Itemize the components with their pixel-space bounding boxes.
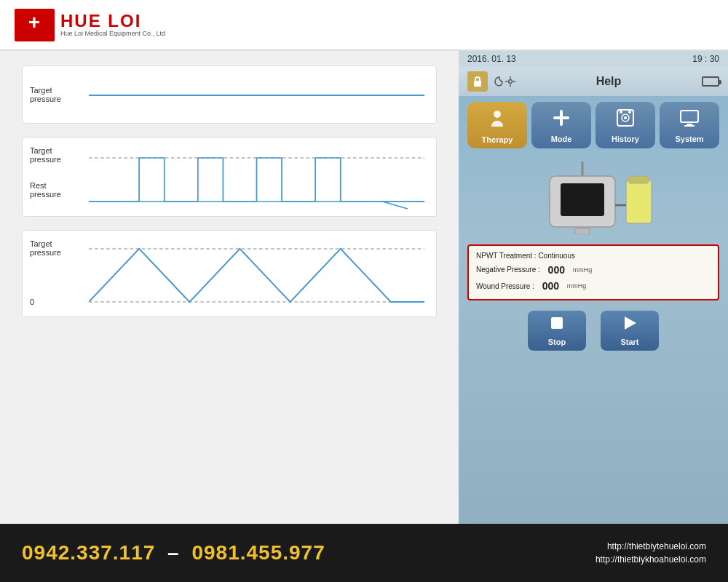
info-box: NPWT Treatment : Continuous Negative Pre… — [467, 244, 719, 300]
svg-point-14 — [509, 80, 513, 84]
history-label: History — [612, 135, 639, 143]
svg-rect-21 — [553, 116, 569, 119]
waveform-3-svg — [89, 238, 424, 314]
device-buttons: Stop Start — [459, 303, 728, 361]
start-icon — [622, 315, 638, 335]
footer-phones: 0942.337.117 – 0981.455.977 — [22, 541, 325, 565]
svg-text:+: + — [28, 11, 40, 33]
footer-link2: http://thietbiykhoahueloi.com — [596, 554, 706, 565]
waveform-2: Target pressure Rest pressure — [22, 137, 437, 217]
logo-brand-name: HUE LOI — [60, 12, 165, 30]
therapy-label: Therapy — [482, 135, 513, 144]
negative-pressure-row: Negative Pressure : 000 mmHg — [476, 262, 711, 278]
stop-icon — [549, 315, 565, 335]
header-left-icons — [467, 71, 515, 92]
mode-label: Mode — [551, 135, 572, 143]
wound-pressure-label: Wound Pressure : — [476, 281, 534, 292]
footer-links: http://thietbiytehueloi.com http://thiet… — [596, 541, 706, 565]
footer-phone1: 0942.337.117 — [22, 541, 155, 564]
treatment-row: NPWT Treatment : Continuous — [476, 250, 711, 262]
device-time: 19 : 30 — [692, 54, 719, 64]
negative-pressure-value: 000 — [548, 262, 565, 278]
svg-line-10 — [382, 202, 408, 209]
svg-point-26 — [628, 111, 631, 113]
footer-phone2: 0981.455.977 — [191, 541, 325, 564]
waveform-2-rest-label: Rest pressure — [30, 181, 61, 199]
logo: + HUE LOI Hue Loi Medical Equipment Co.,… — [15, 9, 165, 41]
svg-rect-27 — [681, 111, 698, 122]
device-top-bar: 2016. 01. 13 19 : 30 — [459, 51, 728, 67]
waveform-2-target-label: Target pressure — [30, 146, 61, 164]
waveform-3-zero-label: 0 — [30, 298, 34, 306]
waveform-3: Target pressure 0 — [22, 230, 437, 317]
wound-pressure-value: 000 — [542, 278, 559, 294]
waveform-1-svg — [89, 75, 424, 115]
waveform-3-label: Target pressure — [30, 239, 61, 257]
system-icon — [680, 108, 699, 132]
nav-therapy-button[interactable]: Therapy — [467, 102, 527, 148]
moon-settings-icon[interactable] — [492, 76, 515, 87]
device-unit-svg — [521, 162, 666, 234]
device-header: Help — [459, 67, 728, 96]
logo-flag-icon: + — [15, 9, 55, 41]
svg-point-19 — [494, 111, 501, 118]
svg-rect-32 — [561, 183, 604, 216]
footer-link1: http://thietbiytehueloi.com — [607, 541, 706, 551]
treatment-label: NPWT Treatment : Continuous — [476, 250, 575, 262]
main-content: Target pressure Target pressure Rest pre… — [0, 51, 728, 524]
stop-label: Stop — [548, 338, 566, 346]
footer-separator: – — [167, 541, 180, 564]
nav-mode-button[interactable]: Mode — [531, 102, 591, 148]
nav-history-button[interactable]: History — [596, 102, 655, 148]
device-illustration — [459, 154, 728, 242]
nav-icons: Therapy Mode — [459, 96, 728, 154]
header: + HUE LOI Hue Loi Medical Equipment Co.,… — [0, 0, 728, 51]
wound-pressure-row: Wound Pressure : 000 mmHg — [476, 278, 711, 294]
waveform-2-svg — [89, 145, 424, 218]
svg-rect-36 — [575, 228, 590, 234]
svg-rect-13 — [474, 81, 481, 87]
nav-system-button[interactable]: System — [660, 102, 719, 148]
footer: 0942.337.117 – 0981.455.977 http://thiet… — [0, 524, 728, 582]
device-screen: 2016. 01. 13 19 : 30 — [459, 51, 728, 524]
wound-pressure-unit: mmHg — [567, 281, 587, 291]
svg-point-25 — [620, 111, 622, 113]
svg-marker-38 — [625, 316, 636, 330]
left-panel: Target pressure Target pressure Rest pre… — [0, 51, 459, 524]
lock-icon[interactable] — [467, 71, 488, 92]
mode-icon — [552, 108, 571, 132]
right-panel: 2016. 01. 13 19 : 30 — [459, 51, 728, 524]
history-icon — [616, 108, 635, 132]
therapy-icon — [487, 108, 507, 132]
start-label: Start — [620, 338, 638, 346]
svg-point-24 — [624, 116, 627, 119]
waveform-1: Target pressure — [22, 65, 437, 124]
device-date: 2016. 01. 13 — [467, 54, 516, 64]
negative-pressure-label: Negative Pressure : — [476, 264, 540, 276]
stop-button[interactable]: Stop — [528, 311, 586, 351]
svg-rect-34 — [628, 176, 649, 183]
logo-subtitle: Hue Loi Medical Equipment Co., Ltd — [60, 30, 165, 37]
negative-pressure-unit: mmHg — [573, 265, 593, 275]
svg-rect-37 — [551, 317, 563, 329]
device-title: Help — [596, 75, 622, 88]
start-button[interactable]: Start — [601, 311, 659, 351]
svg-rect-33 — [626, 180, 652, 223]
battery-icon — [702, 76, 719, 87]
waveform-1-label: Target pressure — [30, 86, 61, 103]
system-label: System — [675, 135, 703, 143]
